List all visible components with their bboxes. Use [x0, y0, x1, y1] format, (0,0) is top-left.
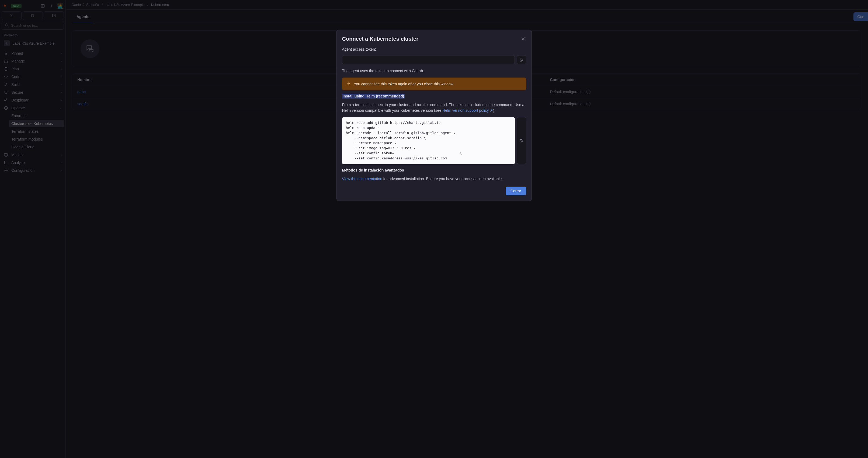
- close-icon[interactable]: ✕: [520, 35, 526, 43]
- svg-rect-13: [520, 59, 522, 61]
- svg-rect-14: [521, 139, 523, 141]
- modal-scrim[interactable]: Connect a Kubernetes cluster ✕ Agent acc…: [0, 0, 868, 458]
- clipboard-icon: [519, 138, 524, 143]
- external-link-icon: ↗: [490, 108, 493, 112]
- token-warning: You cannot see this token again after yo…: [342, 77, 526, 90]
- install-desc-pre: From a terminal, connect to your cluster…: [342, 103, 525, 112]
- view-docs-link[interactable]: View the documentation: [342, 176, 382, 181]
- install-desc-post: ).: [493, 108, 495, 112]
- copy-token-button[interactable]: [517, 55, 526, 64]
- close-button[interactable]: Cerrar: [506, 187, 526, 195]
- helm-policy-link[interactable]: Helm version support policy ↗: [442, 108, 493, 112]
- connect-cluster-modal: Connect a Kubernetes cluster ✕ Agent acc…: [337, 30, 532, 201]
- helm-policy-link-text: Helm version support policy: [442, 108, 489, 112]
- svg-rect-15: [520, 139, 522, 142]
- warning-icon: [346, 81, 351, 87]
- helm-command-code[interactable]: helm repo add gitlab https://charts.gitl…: [342, 117, 515, 164]
- install-description: From a terminal, connect to your cluster…: [342, 102, 526, 113]
- install-heading: Install using Helm (recommended): [342, 94, 405, 99]
- clipboard-icon: [519, 57, 524, 62]
- advanced-heading: Métodos de instalación avanzados: [342, 168, 526, 172]
- copy-code-button[interactable]: [517, 117, 526, 164]
- token-usage-text: The agent uses the token to connect with…: [342, 68, 526, 74]
- token-input[interactable]: [342, 55, 515, 64]
- token-label: Agent access token:: [342, 47, 526, 52]
- svg-rect-12: [521, 58, 523, 60]
- modal-title: Connect a Kubernetes cluster: [342, 36, 520, 42]
- warning-text: You cannot see this token again after yo…: [354, 82, 454, 86]
- advanced-text: View the documentation for advanced inst…: [342, 176, 526, 182]
- advanced-rest: for advanced installation. Ensure you ha…: [382, 176, 503, 181]
